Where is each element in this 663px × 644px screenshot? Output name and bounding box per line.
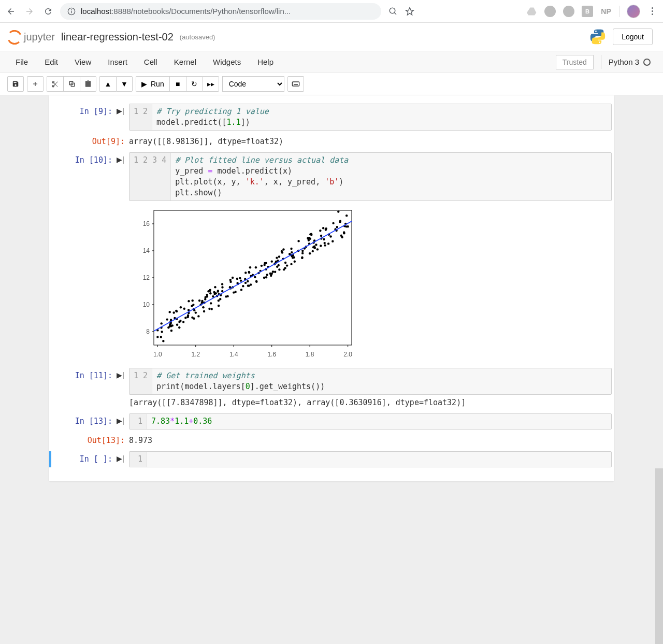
autosaved-label: (autosaved) [180, 33, 215, 41]
menu-help[interactable]: Help [249, 54, 282, 69]
trusted-indicator[interactable]: Trusted [556, 55, 594, 69]
svg-rect-1 [71, 10, 71, 13]
notebook-title[interactable]: linear-regression-test-02 [61, 31, 174, 43]
svg-text:1.0: 1.0 [153, 351, 162, 358]
code-cell[interactable]: In [9]: ▶| 1 2 # Try predicting 1 value … [51, 104, 612, 131]
move-up-button[interactable]: ▲ [99, 76, 116, 92]
code-cell[interactable]: In [10]: ▶| 1 2 3 4 # Plot fitted line v… [51, 152, 612, 365]
scrollbar[interactable] [655, 468, 663, 644]
extension-np-icon[interactable]: NP [600, 6, 612, 17]
output-row: Out[13]: 8.973 [51, 433, 612, 448]
menu-file[interactable]: File [7, 54, 36, 69]
svg-point-206 [202, 306, 204, 308]
copy-button[interactable] [63, 76, 80, 92]
command-palette-button[interactable] [287, 76, 304, 92]
svg-text:16: 16 [143, 220, 150, 227]
menu-bar: File Edit View Insert Cell Kernel Widget… [0, 51, 663, 73]
menu-insert[interactable]: Insert [99, 54, 136, 69]
star-icon[interactable] [405, 7, 414, 16]
svg-point-107 [320, 235, 322, 237]
forward-icon[interactable] [25, 7, 34, 16]
toolbar: ▲ ▼ ▶Run ■ ↻ ▸▸ Code [0, 73, 663, 95]
svg-point-205 [198, 299, 200, 302]
svg-point-161 [167, 326, 169, 328]
code-input[interactable]: 1 2 # Try predicting 1 value model.predi… [129, 104, 612, 131]
run-cell-icon[interactable]: ▶| [117, 152, 129, 365]
browser-menu-icon[interactable] [647, 7, 657, 15]
svg-point-236 [316, 248, 319, 250]
drive-icon[interactable] [527, 6, 537, 17]
cut-button[interactable] [47, 76, 63, 92]
run-cell-icon[interactable]: ▶| [117, 451, 129, 467]
svg-point-137 [221, 283, 223, 285]
zoom-icon[interactable] [388, 7, 398, 16]
svg-point-184 [214, 286, 216, 288]
svg-point-154 [272, 270, 274, 273]
svg-point-181 [209, 290, 211, 292]
menu-view[interactable]: View [66, 54, 99, 69]
in-prompt: In [ ]: [51, 451, 117, 467]
restart-run-all-button[interactable]: ▸▸ [203, 76, 219, 92]
url-port: :8888 [111, 7, 131, 16]
page-body: jupyter linear-regression-test-02 (autos… [0, 23, 663, 644]
svg-point-76 [244, 271, 247, 274]
code-input[interactable]: 1 [129, 451, 612, 467]
code-cell-selected[interactable]: In [ ]: ▶| 1 [49, 451, 612, 467]
extension-icon[interactable] [544, 6, 556, 17]
run-button[interactable]: ▶Run [136, 76, 169, 92]
svg-point-211 [221, 290, 223, 292]
restart-button[interactable]: ↻ [186, 76, 203, 92]
menu-cell[interactable]: Cell [136, 54, 166, 69]
address-bar[interactable]: localhost:8888/notebooks/Documents/Pytho… [60, 3, 381, 20]
svg-point-200 [179, 320, 181, 322]
svg-point-141 [329, 235, 332, 237]
svg-text:2.0: 2.0 [343, 351, 352, 358]
svg-point-148 [161, 331, 163, 333]
svg-point-145 [325, 228, 327, 231]
jupyter-logo[interactable]: jupyter [7, 30, 55, 44]
add-cell-button[interactable] [27, 76, 44, 92]
code-cell[interactable]: In [11]: ▶| 1 2 # Get trained weights pr… [51, 368, 612, 410]
code-input[interactable]: 1 7.83*1.1+0.36 [129, 413, 612, 430]
reload-icon[interactable] [44, 7, 53, 16]
run-cell-icon[interactable]: ▶| [117, 413, 129, 430]
menu-widgets[interactable]: Widgets [205, 54, 249, 69]
interrupt-button[interactable]: ■ [169, 76, 186, 92]
svg-point-129 [168, 311, 170, 313]
paste-button[interactable] [80, 76, 96, 92]
notebook-container: jupyter linear-regression-test-02 (autos… [0, 23, 663, 481]
profile-avatar[interactable] [627, 5, 640, 18]
svg-point-185 [276, 256, 278, 259]
menu-kernel[interactable]: Kernel [166, 54, 205, 69]
svg-point-45 [261, 265, 263, 267]
notebook-cells: In [9]: ▶| 1 2 # Try predicting 1 value … [49, 95, 614, 481]
svg-point-72 [266, 274, 268, 276]
kernel-indicator[interactable]: Python 3 [601, 55, 656, 69]
back-icon[interactable] [6, 7, 16, 16]
run-cell-icon[interactable]: ▶| [117, 104, 129, 131]
svg-point-238 [324, 244, 326, 246]
run-cell-icon[interactable]: ▶| [117, 368, 129, 410]
svg-point-88 [312, 250, 314, 252]
cell-type-select[interactable]: Code [222, 76, 284, 92]
svg-point-189 [290, 263, 292, 265]
svg-point-102 [274, 271, 276, 273]
svg-point-159 [201, 301, 203, 303]
svg-text:1.6: 1.6 [267, 351, 276, 358]
svg-point-157 [293, 256, 295, 259]
scatter-plot: 1.01.21.41.61.82.0810121416 [129, 205, 357, 361]
code-input[interactable]: 1 2 # Get trained weights print(model.la… [129, 368, 612, 395]
extension-icon-2[interactable] [563, 6, 574, 17]
svg-point-134 [315, 244, 317, 246]
output-row: Out[9]: array([[8.98136]], dtype=float32… [51, 134, 612, 149]
code-input[interactable]: 1 2 3 4 # Plot fitted line versus actual… [129, 152, 612, 201]
move-down-button[interactable]: ▼ [116, 76, 133, 92]
extension-b-icon[interactable]: B [582, 6, 593, 17]
logout-button[interactable]: Logout [613, 28, 653, 45]
save-button[interactable] [7, 76, 24, 92]
jupyter-logo-icon [7, 30, 21, 44]
svg-point-47 [180, 306, 182, 308]
code-cell[interactable]: In [13]: ▶| 1 7.83*1.1+0.36 [51, 413, 612, 430]
output-text: [array([[7.8347898]], dtype=float32), ar… [129, 395, 612, 410]
menu-edit[interactable]: Edit [36, 54, 66, 69]
